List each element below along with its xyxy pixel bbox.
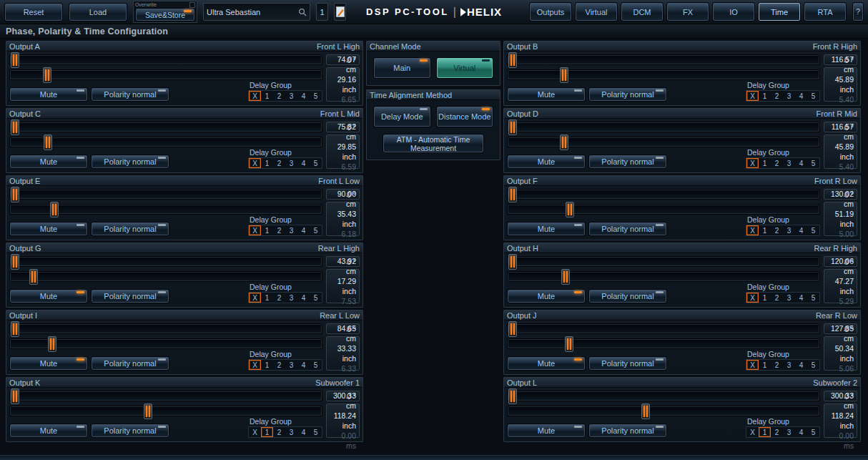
delay-inch-value[interactable]: 118.24 inch — [827, 411, 854, 431]
delay-group-cell-4[interactable]: 4 — [297, 427, 310, 437]
delay-group-cell-5[interactable]: 5 — [807, 293, 819, 303]
polarity-button[interactable]: Polarity normal — [91, 424, 169, 438]
delay-group-cell-3[interactable]: 3 — [783, 427, 795, 437]
delay-group-cell-x[interactable]: X — [249, 158, 261, 168]
polarity-button[interactable]: Polarity normal — [91, 356, 169, 371]
delay-group-cell-4[interactable]: 4 — [297, 91, 310, 101]
delay-group-cell-1[interactable]: 1 — [261, 91, 273, 101]
delay-group-cell-x[interactable]: X — [249, 293, 261, 303]
phase-slider-handle[interactable] — [508, 254, 517, 270]
delay-group-cell-4[interactable]: 4 — [795, 91, 807, 101]
delay-cm-value[interactable]: 130.02 cm — [827, 189, 854, 209]
polarity-button[interactable]: Polarity normal — [91, 222, 169, 236]
delay-group-cell-4[interactable]: 4 — [297, 225, 310, 235]
delay-cm-value[interactable]: 90.00 cm — [330, 189, 356, 209]
delay-cm-value[interactable]: 300.33 cm — [827, 391, 854, 411]
delay-group-cell-1[interactable]: 1 — [261, 293, 273, 303]
delay-group-cell-1[interactable]: 1 — [261, 360, 273, 370]
phase-slider[interactable] — [9, 256, 322, 267]
delay-group-cell-5[interactable]: 5 — [310, 427, 322, 437]
delay-group-cell-1[interactable]: 1 — [759, 158, 771, 168]
overwrite-checkbox[interactable] — [189, 2, 195, 8]
phase-slider-handle[interactable] — [508, 321, 517, 337]
delay-group-cell-2[interactable]: 2 — [771, 293, 783, 303]
delay-group-cell-3[interactable]: 3 — [285, 427, 297, 437]
phase-slider[interactable] — [507, 323, 820, 334]
delay-group-cell-1[interactable]: 1 — [759, 427, 771, 437]
delay-group-cell-1[interactable]: 1 — [759, 225, 771, 235]
delay-group-cell-2[interactable]: 2 — [771, 91, 783, 101]
phase-slider[interactable] — [9, 391, 322, 401]
delay-inch-value[interactable]: 47.27 inch — [827, 276, 854, 296]
edit-setup-button[interactable] — [334, 3, 346, 21]
help-button[interactable]: ? — [852, 2, 864, 21]
polarity-button[interactable]: Polarity normal — [588, 356, 667, 371]
delay-value-box[interactable]: 300.33 cm 118.24 inch 0.00 ms — [326, 403, 360, 438]
delay-inch-value[interactable]: 118.24 inch — [330, 411, 356, 431]
delay-cm-value[interactable]: 120.06 cm — [827, 256, 854, 276]
delay-slider[interactable] — [9, 271, 322, 282]
delay-value-box[interactable]: 90.00 cm 35.43 inch 6.18 ms — [326, 202, 360, 236]
delay-group-cell-3[interactable]: 3 — [783, 91, 795, 101]
phase-slider[interactable] — [507, 54, 820, 65]
delay-inch-value[interactable]: 45.89 inch — [827, 74, 854, 94]
delay-group-cell-2[interactable]: 2 — [771, 427, 783, 437]
delay-cm-value[interactable]: 116.57 cm — [827, 122, 854, 142]
delay-group-cell-2[interactable]: 2 — [273, 158, 285, 168]
delay-slider-handle[interactable] — [561, 269, 570, 285]
delay-group-cell-3[interactable]: 3 — [783, 360, 795, 370]
mute-button[interactable]: Mute — [507, 222, 586, 236]
delay-group-cell-1[interactable]: 1 — [261, 158, 273, 168]
delay-slider-handle[interactable] — [44, 134, 52, 150]
phase-slider-handle[interactable] — [508, 388, 517, 404]
delay-group-cell-x[interactable]: X — [249, 360, 261, 370]
delay-group-cell-4[interactable]: 4 — [297, 360, 310, 370]
delay-group-cell-x[interactable]: X — [746, 158, 759, 168]
delay-slider[interactable] — [9, 69, 322, 80]
nav-button-virtual[interactable]: Virtual — [575, 2, 618, 21]
delay-group-cell-2[interactable]: 2 — [273, 225, 285, 235]
mute-button[interactable]: Mute — [9, 155, 88, 169]
delay-group-cell-5[interactable]: 5 — [807, 158, 819, 168]
nav-button-rta[interactable]: RTA — [804, 2, 847, 21]
delay-group-cell-x[interactable]: X — [746, 360, 759, 370]
delay-cm-value[interactable]: 74.07 cm — [330, 54, 356, 74]
delay-group-cell-x[interactable]: X — [249, 427, 261, 437]
delay-group-cell-4[interactable]: 4 — [297, 158, 310, 168]
delay-slider-handle[interactable] — [560, 67, 568, 83]
mute-button[interactable]: Mute — [507, 87, 586, 102]
phase-slider[interactable] — [9, 323, 322, 334]
phase-slider[interactable] — [507, 122, 820, 132]
nav-button-time[interactable]: Time — [758, 2, 801, 21]
delay-value-box[interactable]: 130.02 cm 51.19 inch 5.00 ms — [824, 202, 857, 236]
delay-slider[interactable] — [507, 406, 820, 416]
delay-group-cell-x[interactable]: X — [746, 91, 759, 101]
mute-button[interactable]: Mute — [9, 87, 88, 102]
mute-button[interactable]: Mute — [507, 424, 586, 438]
delay-group-cell-5[interactable]: 5 — [310, 225, 322, 235]
phase-slider[interactable] — [9, 122, 322, 132]
save-store-button[interactable]: Save&Store — [135, 8, 195, 21]
delay-group-cell-2[interactable]: 2 — [273, 427, 285, 437]
delay-group-cell-2[interactable]: 2 — [771, 225, 783, 235]
delay-group-cell-2[interactable]: 2 — [771, 360, 783, 370]
phase-slider-handle[interactable] — [11, 119, 19, 135]
load-button[interactable]: Load — [69, 3, 127, 21]
delay-value-box[interactable]: 74.07 cm 29.16 inch 6.65 ms — [326, 67, 360, 102]
main-mode-button[interactable]: Main — [373, 57, 431, 79]
delay-group-cell-3[interactable]: 3 — [783, 293, 795, 303]
mute-button[interactable]: Mute — [507, 155, 586, 169]
mute-button[interactable]: Mute — [9, 356, 88, 371]
delay-group-cell-1[interactable]: 1 — [261, 225, 273, 235]
mute-button[interactable]: Mute — [9, 289, 88, 303]
delay-group-cell-5[interactable]: 5 — [310, 158, 322, 168]
delay-slider[interactable] — [9, 338, 322, 349]
nav-button-io[interactable]: IO — [712, 2, 755, 21]
delay-inch-value[interactable]: 29.16 inch — [330, 74, 356, 94]
delay-group-cell-4[interactable]: 4 — [795, 427, 807, 437]
delay-group-cell-1[interactable]: 1 — [759, 360, 771, 370]
distance-mode-button[interactable]: Distance Mode — [436, 106, 494, 127]
delay-slider[interactable] — [9, 406, 322, 416]
delay-slider-handle[interactable] — [565, 336, 573, 352]
nav-button-outputs[interactable]: Outputs — [529, 2, 572, 21]
